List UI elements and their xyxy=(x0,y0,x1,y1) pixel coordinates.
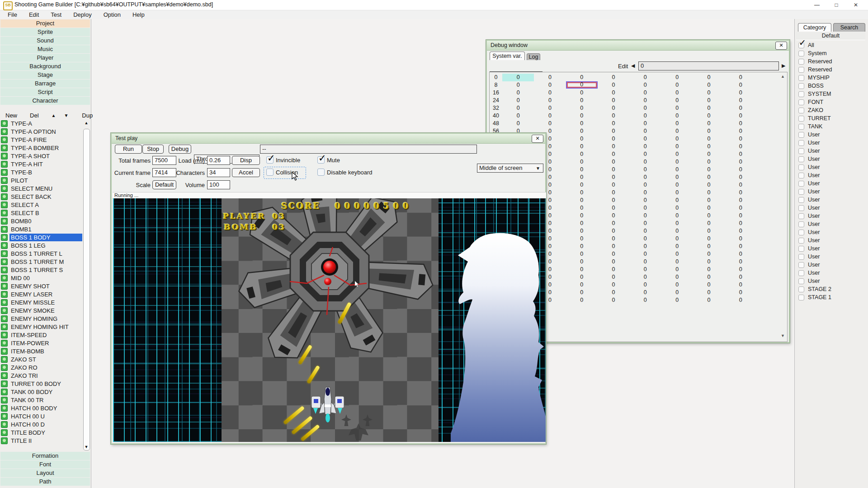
table-cell[interactable]: 0 xyxy=(598,143,629,150)
table-cell[interactable]: 0 xyxy=(725,296,756,304)
sprite-list-item[interactable]: BOMB1 xyxy=(1,225,82,233)
table-cell[interactable]: 0 xyxy=(661,81,693,89)
table-cell[interactable]: 0 xyxy=(566,97,598,104)
table-cell[interactable]: 0 xyxy=(629,212,661,220)
table-cell[interactable]: 0 xyxy=(629,220,661,227)
table-cell[interactable]: 0 xyxy=(629,281,661,289)
sprite-list-item[interactable]: BOSS 1 TURRET M xyxy=(1,258,82,266)
table-cell[interactable]: 0 xyxy=(725,150,756,158)
table-cell[interactable]: 0 xyxy=(629,74,661,81)
filter-item[interactable]: User xyxy=(798,196,866,204)
table-cell[interactable]: 0 xyxy=(725,281,756,289)
table-cell[interactable]: 0 xyxy=(693,112,725,120)
table-cell[interactable]: 0 xyxy=(661,212,693,220)
sprite-list-item[interactable]: PILOT xyxy=(1,176,82,184)
sprite-list-item[interactable]: BOSS 1 BODY xyxy=(1,233,82,241)
sprite-list-item[interactable]: ZAKO ST xyxy=(1,355,82,363)
filter-item[interactable]: FONT xyxy=(798,98,866,106)
menu-file[interactable]: File xyxy=(2,10,23,19)
table-cell[interactable]: 0 xyxy=(534,104,566,112)
table-cell[interactable]: 0 xyxy=(502,97,534,104)
table-cell[interactable]: 0 xyxy=(566,258,598,266)
filter-item[interactable]: User xyxy=(798,188,866,196)
table-cell[interactable]: 0 xyxy=(661,289,693,296)
category-button-character[interactable]: Character xyxy=(0,97,90,105)
table-cell[interactable]: 0 xyxy=(629,227,661,235)
table-cell[interactable]: 0 xyxy=(693,143,725,150)
table-cell[interactable]: 0 xyxy=(629,104,661,112)
table-cell[interactable]: 0 xyxy=(534,97,566,104)
filter-item[interactable]: System xyxy=(798,49,866,57)
test-play-titlebar[interactable]: Test play ✕ xyxy=(112,134,545,144)
table-cell[interactable]: 0 xyxy=(566,104,598,112)
table-cell[interactable]: 0 xyxy=(725,243,756,250)
sprite-list-item[interactable]: ZAKO RO xyxy=(1,363,82,371)
category-button-music[interactable]: Music xyxy=(0,45,90,53)
checkbox[interactable] xyxy=(798,213,804,219)
sprite-list-item[interactable]: ENEMY HOMING HIT xyxy=(1,323,82,331)
table-cell[interactable]: 0 xyxy=(661,250,693,258)
filter-item[interactable]: User xyxy=(798,171,866,179)
table-cell[interactable]: 0 xyxy=(661,281,693,289)
table-cell[interactable]: 0 xyxy=(725,135,756,143)
checkbox[interactable] xyxy=(798,91,804,97)
sprite-list-item[interactable]: ENEMY LASER xyxy=(1,290,82,298)
table-cell[interactable]: 0 xyxy=(566,127,598,135)
filter-item[interactable]: TANK xyxy=(798,122,866,131)
filter-item[interactable]: User xyxy=(798,277,866,285)
sprite-list-item[interactable]: TYPE-A SHOT xyxy=(1,152,82,160)
checkbox[interactable] xyxy=(798,51,804,56)
table-cell[interactable]: 0 xyxy=(661,127,693,135)
table-cell[interactable]: 0 xyxy=(661,120,693,127)
table-cell[interactable]: 0 xyxy=(725,220,756,227)
table-cell[interactable]: 0 xyxy=(598,112,629,120)
table-cell[interactable]: 0 xyxy=(661,89,693,97)
table-cell[interactable]: 0 xyxy=(534,120,566,127)
table-cell[interactable]: 0 xyxy=(629,127,661,135)
table-cell[interactable]: 0 xyxy=(629,181,661,189)
table-cell[interactable]: 0 xyxy=(566,150,598,158)
table-cell[interactable]: 0 xyxy=(598,166,629,174)
checkbox[interactable] xyxy=(798,173,804,178)
table-cell[interactable]: 0 xyxy=(566,166,598,174)
table-cell[interactable]: 0 xyxy=(725,266,756,273)
accel-button[interactable]: Accel xyxy=(232,168,260,177)
table-cell[interactable]: 0 xyxy=(598,135,629,143)
table-cell[interactable]: 0 xyxy=(693,127,725,135)
category-button-sound[interactable]: Sound xyxy=(0,37,90,45)
menu-test[interactable]: Test xyxy=(45,10,67,19)
filter-item[interactable]: User xyxy=(798,147,866,155)
table-cell[interactable]: 0 xyxy=(725,235,756,243)
table-cell[interactable]: 0 xyxy=(502,120,534,127)
sprite-list-item[interactable]: TYPE-A HIT xyxy=(1,160,82,168)
menu-option[interactable]: Option xyxy=(98,10,127,19)
sprite-list-item[interactable]: ENEMY SMOKE xyxy=(1,306,82,314)
filter-item[interactable]: Reserved xyxy=(798,57,866,66)
edit-value-field[interactable]: 0 xyxy=(638,61,779,70)
table-cell[interactable]: 0 xyxy=(629,89,661,97)
table-cell[interactable]: 0 xyxy=(661,266,693,273)
table-cell[interactable]: 0 xyxy=(629,204,661,212)
table-cell[interactable]: 0 xyxy=(566,81,598,89)
checkbox[interactable] xyxy=(798,262,804,268)
list-scroll-up-icon[interactable]: ▲ xyxy=(83,120,90,126)
table-cell[interactable]: 0 xyxy=(629,112,661,120)
table-cell[interactable]: 0 xyxy=(661,197,693,204)
table-cell[interactable]: 0 xyxy=(598,181,629,189)
table-cell[interactable]: 0 xyxy=(598,197,629,204)
debug-window-titlebar[interactable]: Debug window ✕ xyxy=(487,41,789,51)
table-cell[interactable]: 0 xyxy=(629,189,661,197)
filter-item[interactable]: ✓All xyxy=(798,41,866,49)
table-cell[interactable]: 0 xyxy=(661,104,693,112)
table-cell[interactable]: 0 xyxy=(566,212,598,220)
sprite-list-item[interactable]: TANK 00 TR xyxy=(1,396,82,404)
load-field[interactable]: 0.26 xyxy=(207,156,230,165)
table-cell[interactable]: 0 xyxy=(693,235,725,243)
table-cell[interactable]: 0 xyxy=(693,243,725,250)
checkbox[interactable] xyxy=(798,108,804,113)
table-cell[interactable]: 0 xyxy=(566,281,598,289)
table-cell[interactable]: 0 xyxy=(629,166,661,174)
checkbox[interactable] xyxy=(798,99,804,105)
panel-button-path[interactable]: Path xyxy=(0,478,90,486)
game-viewport[interactable]: SCORE 00000500 PLAYER 03 BOMB 03 xyxy=(113,198,546,442)
